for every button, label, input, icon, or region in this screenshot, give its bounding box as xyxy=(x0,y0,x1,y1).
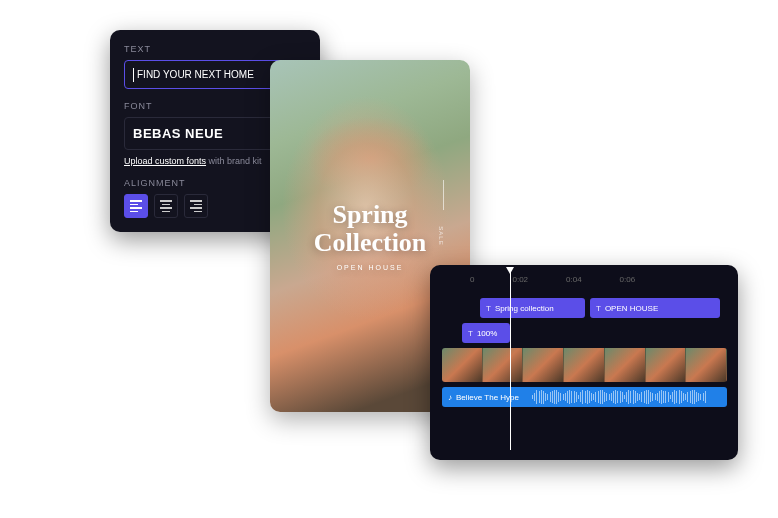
audio-track: ♪ Believe The Hype xyxy=(442,387,728,407)
align-center-button[interactable] xyxy=(154,194,178,218)
video-thumbnail xyxy=(442,348,483,382)
ruler-tick: 0:04 xyxy=(566,275,582,284)
text-track: T Spring collection T OPEN HOUSE xyxy=(442,298,728,318)
text-section-label: TEXT xyxy=(124,44,306,54)
video-thumbnail xyxy=(564,348,605,382)
align-left-button[interactable] xyxy=(124,194,148,218)
timeline-tracks: T Spring collection T OPEN HOUSE T 100% xyxy=(430,292,738,407)
video-thumbnail xyxy=(686,348,727,382)
align-right-button[interactable] xyxy=(184,194,208,218)
preview-title: SpringCollection xyxy=(314,201,427,256)
video-clip[interactable] xyxy=(442,348,727,382)
text-clip-spring[interactable]: T Spring collection xyxy=(480,298,585,318)
audio-waveform xyxy=(532,390,721,404)
video-thumbnail xyxy=(523,348,564,382)
timeline-playhead[interactable] xyxy=(510,271,511,450)
timeline-ruler[interactable]: 0 0:02 0:04 0:06 xyxy=(430,275,738,292)
video-thumbnail xyxy=(483,348,524,382)
text-clip-open-house[interactable]: T OPEN HOUSE xyxy=(590,298,720,318)
preview-subtitle: OPEN HOUSE xyxy=(337,264,404,271)
ruler-tick: 0:06 xyxy=(620,275,636,284)
video-track-row xyxy=(442,348,728,382)
font-name: BEBAS NEUE xyxy=(133,126,223,141)
scale-clip[interactable]: T 100% xyxy=(462,323,510,343)
ruler-tick: 0:02 xyxy=(512,275,528,284)
text-icon: T xyxy=(468,329,473,338)
video-thumbnail xyxy=(605,348,646,382)
video-thumbnail xyxy=(646,348,687,382)
scale-track: T 100% xyxy=(442,323,728,343)
music-icon: ♪ xyxy=(448,393,452,402)
text-icon: T xyxy=(596,304,601,313)
audio-clip[interactable]: ♪ Believe The Hype xyxy=(442,387,727,407)
timeline-panel: 0 0:02 0:04 0:06 T Spring collection T O… xyxy=(430,265,738,460)
ruler-tick: 0 xyxy=(470,275,474,284)
text-icon: T xyxy=(486,304,491,313)
